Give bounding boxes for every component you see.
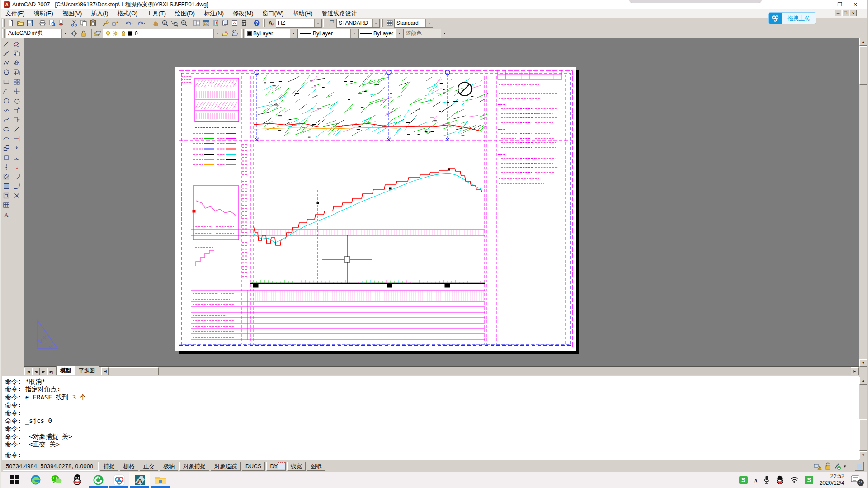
fillet-button[interactable] [12, 181, 22, 191]
sheetset-manager-button[interactable] [220, 19, 230, 28]
mdi-close-button[interactable]: ✕ [850, 10, 857, 16]
tray-microphone-icon[interactable] [764, 475, 770, 484]
cut-button[interactable] [69, 19, 79, 28]
properties-button[interactable] [192, 19, 201, 28]
menu-item-8[interactable]: 标注(N) [199, 9, 228, 18]
region-button[interactable] [2, 191, 11, 200]
taskbar-file-explorer-icon[interactable] [150, 472, 171, 488]
make-object-layer-current-button[interactable] [221, 28, 231, 38]
unlock-icon[interactable] [824, 462, 831, 470]
tray-wifi-icon[interactable] [790, 476, 799, 483]
netdisk-upload-button[interactable]: 拖拽上传 [768, 12, 816, 24]
menu-item-4[interactable]: 插入(I) [86, 9, 113, 18]
menu-item-10[interactable]: 窗口(W) [258, 9, 288, 18]
menu-item-3[interactable]: 视图(V) [58, 9, 86, 18]
mdi-minimize-button[interactable]: ─ [835, 10, 841, 16]
hatch-button[interactable] [2, 172, 11, 181]
open-button[interactable] [15, 19, 25, 28]
rotate-button[interactable] [12, 96, 22, 105]
toolbar-grip[interactable] [2, 29, 5, 38]
command-prompt[interactable]: 命令: [2, 450, 851, 460]
close-button[interactable]: ✕ [848, 0, 863, 9]
menu-item-11[interactable]: 帮助(H) [288, 9, 317, 18]
tray-collapse-arrow[interactable]: ◁ [273, 464, 276, 468]
status-menu-arrow[interactable]: ▼ [843, 465, 847, 469]
workspace-combo-dropdown-arrow[interactable]: ▼ [61, 29, 69, 38]
menu-item-9[interactable]: 修改(M) [228, 9, 258, 18]
cmd-scroll-up-arrow[interactable]: ▲ [859, 377, 867, 385]
toolbar-grip[interactable] [381, 19, 383, 27]
save-button[interactable] [25, 19, 34, 28]
taskbar-clock[interactable]: 22:52 2020/12/4 [819, 473, 844, 487]
tray-sogou-input-2-icon[interactable]: S [805, 476, 813, 484]
revision-cloud-button[interactable] [2, 105, 11, 115]
command-window[interactable]: 命令: *取消* 命令: 指定对角点: 命令: e ERASE 找到 3 个 命… [2, 376, 859, 460]
taskbar-baidu-netdisk-icon[interactable] [108, 472, 129, 488]
clean-screen-button[interactable] [855, 462, 864, 471]
explode-button[interactable] [12, 191, 22, 200]
toolbar-grip[interactable] [241, 29, 244, 38]
taskbar-edge-icon[interactable] [25, 472, 46, 488]
scroll-left-arrow[interactable]: ◀ [101, 367, 109, 375]
help-button[interactable]: ? [252, 19, 261, 28]
lock-button[interactable] [79, 28, 88, 38]
insert-block-button[interactable] [2, 143, 11, 153]
scroll-down-arrow[interactable]: ▼ [859, 359, 867, 367]
mdi-restore-button[interactable]: ❐ [842, 10, 849, 16]
toggle-捕捉[interactable]: 捕捉 [100, 462, 118, 471]
text-style-combo[interactable]: HZ▼ [276, 19, 322, 28]
chamfer-button[interactable] [12, 172, 22, 181]
offset-button[interactable] [12, 67, 22, 77]
mirror-button[interactable] [12, 58, 22, 67]
point-button[interactable] [2, 162, 11, 172]
tray-tray-expand-icon[interactable]: ∧ [754, 477, 758, 483]
notification-center-icon[interactable]: 2 [850, 474, 862, 485]
clean-tools-icon[interactable] [833, 462, 841, 470]
match-properties-button[interactable] [101, 19, 110, 28]
layer-properties-manager-button[interactable] [93, 28, 103, 38]
menu-item-7[interactable]: 绘图(D) [170, 9, 199, 18]
toolbar-grip[interactable] [323, 19, 326, 27]
workspace-combo[interactable]: AutoCAD 经典▼ [6, 29, 69, 38]
table-style-combo-dropdown-arrow[interactable]: ▼ [425, 19, 433, 27]
undo-button[interactable]: ▼ [123, 19, 135, 28]
stretch-button[interactable] [12, 115, 22, 124]
tool-palettes-button[interactable] [211, 19, 220, 28]
drawing-horizontal-scrollbar[interactable]: ◀ ▶ [101, 367, 859, 375]
layer-combo[interactable]: 0▼ [103, 29, 221, 38]
trim-button[interactable] [12, 124, 22, 134]
cmd-scroll-down-arrow[interactable]: ▼ [859, 451, 867, 459]
zoom-previous-button[interactable] [179, 19, 189, 28]
scale-button[interactable] [12, 105, 22, 115]
toggle-DUCS[interactable]: DUCS [242, 462, 265, 471]
taskbar-browser-360-icon[interactable] [88, 472, 108, 488]
next-tab-button[interactable]: ▶ [40, 368, 47, 375]
ellipse-button[interactable] [2, 124, 11, 134]
cmd-scroll-thumb[interactable] [859, 419, 867, 451]
toggle-极轴[interactable]: 极轴 [160, 462, 178, 471]
designcenter-button[interactable] [201, 19, 211, 28]
menu-item-1[interactable]: 文件(F) [1, 9, 29, 18]
make-block-button[interactable] [2, 153, 11, 162]
taskbar-start-icon[interactable] [5, 472, 25, 488]
taskbar-autocad-icon[interactable]: A [129, 472, 150, 488]
dim-style-combo[interactable]: STANDARD▼ [336, 19, 380, 28]
menu-item-6[interactable]: 工具(T) [142, 9, 170, 18]
move-button[interactable] [12, 86, 22, 96]
minimize-button[interactable]: — [817, 0, 832, 9]
color-combo-dropdown-arrow[interactable]: ▼ [290, 29, 297, 38]
qnew-button[interactable] [6, 19, 15, 28]
scroll-up-arrow[interactable]: ▲ [859, 38, 867, 46]
toolbar-grip[interactable] [263, 19, 265, 27]
polygon-button[interactable] [2, 67, 11, 77]
quickcalc-button[interactable] [239, 19, 249, 28]
color-combo[interactable]: ByLayer▼ [245, 29, 297, 38]
annotation-scale-icon[interactable]: ! [813, 462, 822, 470]
toggle-正交[interactable]: 正交 [140, 462, 158, 471]
taskbar-wechat-icon[interactable] [46, 472, 67, 488]
toggle-线宽[interactable]: 线宽 [287, 462, 306, 471]
plot-style-combo-dropdown-arrow[interactable]: ▼ [441, 29, 448, 38]
layer-previous-button[interactable] [231, 28, 240, 38]
redo-button[interactable]: ▼ [135, 19, 147, 28]
circle-button[interactable] [2, 96, 11, 105]
